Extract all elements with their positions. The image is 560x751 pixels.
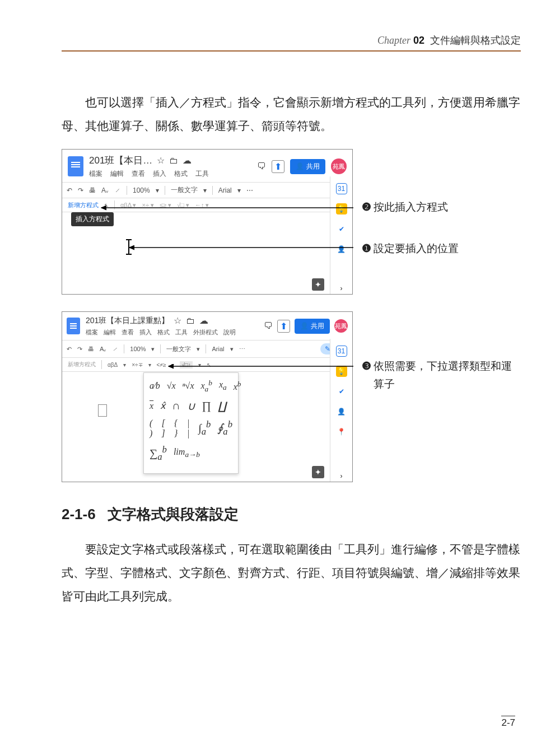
keep-icon[interactable]: 💡 [336, 203, 347, 214]
side-panel: 31 💡 ✔ 👤 › [330, 176, 352, 294]
heading-title: 文字格式與段落設定 [108, 506, 239, 523]
menu-help[interactable]: 說明 [223, 328, 236, 337]
explore-icon[interactable]: ✦ [312, 466, 324, 478]
chapter-title: 文件編輯與格式設定 [430, 35, 521, 46]
font-dropdown[interactable]: Arial [218, 186, 232, 194]
menu-tools[interactable]: 工具 [175, 328, 188, 337]
print-icon[interactable]: 🖶 [88, 346, 94, 352]
menu-format[interactable]: 格式 [157, 328, 170, 337]
eq-rel[interactable]: ≤≥ ▾ [160, 202, 171, 209]
present-icon[interactable]: ⬆ [272, 160, 284, 173]
redo-icon[interactable]: ↷ [77, 346, 82, 353]
redo-icon[interactable]: ↷ [78, 186, 83, 194]
menu-addons[interactable]: 外掛程式 [193, 328, 218, 337]
equation-toolbar: 新增方程式 αβΔ▾ ×÷∓▾ <≠≥▾ √□↑▾ ↖ × [62, 358, 352, 372]
docs-logo-icon[interactable] [67, 318, 80, 334]
menu-file[interactable]: 檔案 [89, 169, 102, 179]
screenshot-1: 201班【本日… ☆ 🗀 ☁ 檔案 編輯 查看 插入 格式 工具 [62, 149, 353, 295]
zoom-dropdown[interactable]: 100% [130, 346, 146, 352]
eq-ops[interactable]: ×÷ ▾ [142, 202, 154, 209]
share-button[interactable]: 👤 共用 [290, 159, 325, 174]
font-dropdown[interactable]: Arial [212, 346, 224, 352]
text-cursor [128, 239, 129, 255]
move-icon[interactable]: 🗀 [186, 316, 195, 326]
contacts-icon[interactable]: 👤 [336, 406, 347, 417]
spell-icon[interactable]: Aᵥ [101, 186, 109, 194]
toolbar: ↶ ↷ 🖶 Aᵥ ⟋ 100%▾ 一般文字▾ Arial▾ ⋯ ✎ ▾ ˆ [62, 340, 352, 358]
paragraph-2: 要設定文字格式或段落樣式，可在選取範圍後由「工具列」進行編修，不管是字體樣式、字… [62, 538, 521, 608]
undo-icon[interactable]: ↶ [67, 186, 72, 194]
tasks-icon[interactable]: ✔ [336, 223, 347, 235]
eq-ops[interactable]: ×÷∓ [132, 362, 142, 368]
move-icon[interactable]: 🗀 [169, 156, 178, 166]
contacts-icon[interactable]: 👤 [336, 244, 347, 255]
header-rule [62, 50, 521, 52]
screenshot-2: 201班【本日上課重點】 ☆ 🗀 ☁ 檔案 編輯 查看 插入 格式 工具 外掛程… [62, 311, 353, 482]
print-icon[interactable]: 🖶 [89, 186, 96, 194]
comment-history-icon[interactable]: 🗨 [264, 321, 273, 331]
zoom-dropdown[interactable]: 100% [133, 186, 150, 194]
menu-format[interactable]: 格式 [174, 169, 188, 179]
chapter-prefix: Chapter [377, 35, 410, 46]
menu-insert[interactable]: 插入 [139, 328, 152, 337]
menu-file[interactable]: 檔案 [86, 328, 98, 337]
callout-text-3: 依照需要，下拉選擇類型和運算子 [374, 357, 521, 394]
eq-rel[interactable]: <≠≥ [157, 362, 166, 368]
calendar-icon[interactable]: 31 [336, 183, 347, 194]
page-number: 2-7 [501, 716, 515, 729]
star-icon[interactable]: ☆ [157, 155, 165, 166]
show-side-icon[interactable]: › [336, 283, 347, 294]
tasks-icon[interactable]: ✔ [336, 386, 347, 397]
spell-icon[interactable]: Aᵥ [100, 346, 106, 353]
explore-icon[interactable]: ✦ [312, 278, 324, 291]
eq-arrow[interactable]: ←↑ ▾ [195, 202, 209, 209]
menu-view[interactable]: 查看 [122, 328, 134, 337]
menu-edit[interactable]: 編輯 [110, 169, 124, 179]
new-equation-button[interactable]: 新增方程式 [68, 361, 96, 368]
paint-icon[interactable]: ⟋ [114, 186, 121, 194]
more-icon[interactable]: ⋯ [246, 186, 253, 194]
present-icon[interactable]: ⬆ [277, 320, 290, 333]
share-button[interactable]: 👤 共用 [295, 319, 330, 334]
callout-num-3: ❸ [362, 357, 371, 375]
cloud-icon[interactable]: ☁ [183, 155, 192, 166]
section-heading: 2-1-6 文字格式與段落設定 [62, 505, 521, 524]
star-icon[interactable]: ☆ [174, 315, 181, 326]
show-side-icon[interactable]: › [336, 470, 347, 482]
callout-text-1: 設定要插入的位置 [374, 240, 459, 258]
menu-view[interactable]: 查看 [132, 169, 145, 179]
doc-title[interactable]: 201班【本日上課重點】 [86, 316, 169, 326]
doc-title[interactable]: 201班【本日… [89, 154, 152, 167]
callout-num-2: ❷ [362, 198, 371, 216]
style-dropdown[interactable]: 一般文字 [166, 345, 191, 353]
eq-greek[interactable]: αβΔ ▾ [120, 202, 136, 209]
chapter-num: 02 [413, 35, 424, 46]
maps-icon[interactable]: 📍 [336, 426, 347, 437]
menu-edit[interactable]: 編輯 [104, 328, 116, 337]
calendar-icon[interactable]: 31 [336, 346, 347, 357]
avatar[interactable]: 苑鳳 [331, 158, 347, 174]
paint-icon[interactable]: ⟋ [112, 346, 118, 352]
more-icon[interactable]: ⋯ [239, 346, 245, 353]
docs-logo-icon[interactable] [68, 156, 83, 176]
eq-math[interactable]: √□↑ [180, 361, 193, 368]
undo-icon[interactable]: ↶ [67, 346, 72, 353]
cloud-icon[interactable]: ☁ [199, 315, 208, 326]
callout-text-2: 按此插入方程式 [374, 198, 448, 216]
keep-icon[interactable]: 💡 [336, 366, 347, 377]
new-equation-button[interactable]: 新增方程式 [68, 201, 99, 209]
text-cursor-box [98, 404, 107, 417]
comment-history-icon[interactable]: 🗨 [257, 161, 266, 171]
avatar[interactable]: 苑鳳 [334, 319, 348, 333]
chapter-header: Chapter 02 文件編輯與格式設定 [62, 34, 521, 47]
callout-num-1: ❶ [362, 240, 371, 258]
menu-insert[interactable]: 插入 [153, 169, 166, 179]
style-dropdown[interactable]: 一般文字 [171, 185, 198, 195]
eq-greek[interactable]: αβΔ [108, 362, 118, 368]
math-operator-dropdown[interactable]: a⁄b√xⁿ√xxabxaxb xx̂∩∪∏∐ ( )[ ]{ }| |∫ab∮… [143, 372, 239, 474]
paragraph-1: 也可以選擇「插入／方程式」指令，它會顯示新增方程式的工具列，方便選用希臘字母、其… [62, 91, 521, 138]
menu-tools[interactable]: 工具 [195, 169, 209, 179]
heading-num: 2-1-6 [62, 506, 96, 523]
equation-tooltip: 插入方程式 [71, 212, 114, 226]
eq-math[interactable]: √□ ▾ [177, 202, 189, 209]
